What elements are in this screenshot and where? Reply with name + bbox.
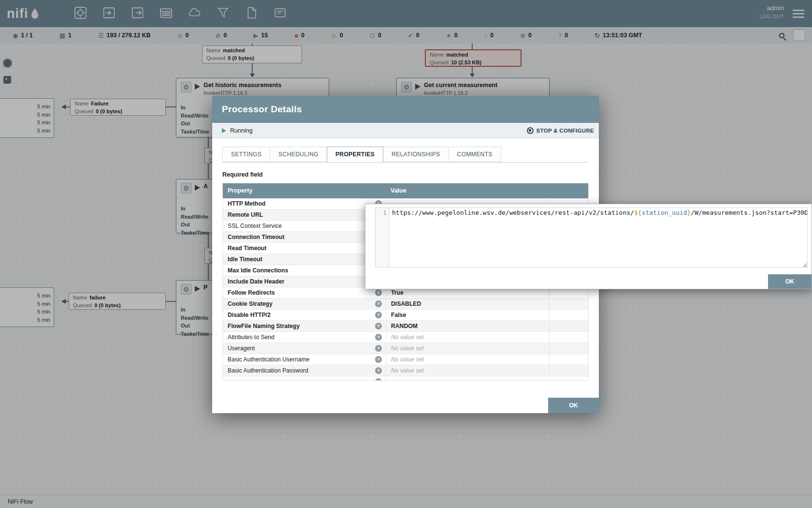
required-field-note: Required field — [222, 171, 589, 178]
property-value-editor: 1 https://www.pegelonline.wsv.de/webserv… — [365, 204, 812, 289]
property-name: Basic Authentication Password — [228, 367, 308, 374]
property-name: HTTP Method — [228, 200, 265, 207]
property-name: Basic Authentication Username — [228, 356, 309, 363]
property-name: Idle Timeout — [228, 256, 262, 263]
property-name: SSL Context Service — [228, 223, 282, 229]
tab-scheduling[interactable]: SCHEDULING — [270, 147, 327, 162]
dialog-status-row: Running STOP & CONFIGURE — [212, 123, 599, 138]
help-icon[interactable] — [375, 367, 382, 374]
property-row[interactable]: Basic Authentication Username No value s… — [223, 354, 588, 365]
help-icon — [375, 378, 382, 380]
code-segment: https://www.pegelonline.wsv.de/webservic… — [392, 209, 634, 216]
property-name: Attributes to Send — [228, 334, 275, 341]
editor-ok-button[interactable]: OK — [768, 274, 812, 289]
running-status-icon — [222, 128, 226, 133]
property-value[interactable]: RANDOM — [386, 321, 549, 331]
help-icon[interactable] — [375, 334, 382, 341]
help-icon[interactable] — [375, 323, 382, 329]
property-name: Max Idle Connections — [228, 267, 288, 274]
property-name: Cookie Strategy — [228, 300, 273, 307]
property-row[interactable]: Attributes to Send No value set — [223, 332, 588, 343]
property-row[interactable]: Disable HTTP/2 False — [223, 310, 588, 321]
property-value[interactable]: DISABLED — [386, 299, 549, 309]
property-column-header: Property — [223, 183, 386, 198]
tab-relationships[interactable]: RELATIONSHIPS — [383, 147, 449, 162]
code-segment: ${ — [634, 209, 642, 216]
value-column-header: Value — [386, 183, 549, 198]
property-row[interactable]: Basic Authentication Password No value s… — [223, 365, 588, 376]
property-name: Disable HTTP/2 — [228, 312, 271, 318]
property-name: Read Timeout — [228, 245, 266, 252]
help-icon[interactable] — [375, 356, 382, 363]
help-icon[interactable] — [375, 345, 382, 352]
properties-table-header: Property Value — [223, 183, 588, 198]
tab-properties[interactable]: PROPERTIES — [327, 147, 383, 162]
property-row[interactable]: Useragent No value set — [223, 343, 588, 354]
help-icon[interactable] — [375, 289, 382, 296]
help-icon[interactable] — [375, 312, 382, 318]
dialog-tabs: SETTINGS SCHEDULING PROPERTIES RELATIONS… — [222, 147, 589, 163]
property-value[interactable]: No value set — [386, 365, 549, 376]
property-name: Follow Redirects — [228, 289, 275, 296]
property-row-clipped — [223, 376, 588, 380]
property-name: FlowFile Naming Strategy — [228, 323, 300, 329]
tab-settings[interactable]: SETTINGS — [222, 147, 270, 162]
property-name: Include Date Header — [228, 278, 284, 285]
property-row[interactable]: Cookie Strategy DISABLED — [223, 299, 588, 310]
run-state-label: Running — [230, 127, 253, 134]
property-value[interactable]: False — [386, 310, 549, 320]
stop-configure-button[interactable]: STOP & CONFIGURE — [527, 127, 594, 134]
dialog-title: Processor Details — [212, 96, 599, 123]
el-editor-input[interactable]: https://www.pegelonline.wsv.de/webservic… — [390, 208, 807, 267]
nifi-app: nifi admin LOG OUT ◉ 1 / 1 — [0, 0, 812, 508]
property-name: Connection Timeout — [228, 234, 285, 240]
line-number: 1 — [376, 208, 390, 267]
help-icon[interactable] — [375, 300, 382, 307]
property-row[interactable]: FlowFile Naming Strategy RANDOM — [223, 321, 588, 332]
property-name: Useragent — [228, 345, 255, 352]
code-segment: station_uuid — [642, 209, 687, 216]
stop-configure-icon — [527, 127, 534, 134]
dialog-ok-button[interactable]: OK — [548, 398, 599, 413]
code-segment: /W/measurements.json?start=P30D — [691, 209, 807, 216]
expression-editor: 1 https://www.pegelonline.wsv.de/webserv… — [375, 208, 808, 268]
property-value[interactable]: No value set — [386, 332, 549, 343]
property-value[interactable]: No value set — [386, 343, 549, 354]
property-name: Remote URL — [228, 211, 263, 218]
resize-handle-icon[interactable] — [802, 263, 807, 267]
tab-comments[interactable]: COMMENTS — [449, 147, 501, 162]
property-value[interactable]: No value set — [386, 354, 549, 365]
